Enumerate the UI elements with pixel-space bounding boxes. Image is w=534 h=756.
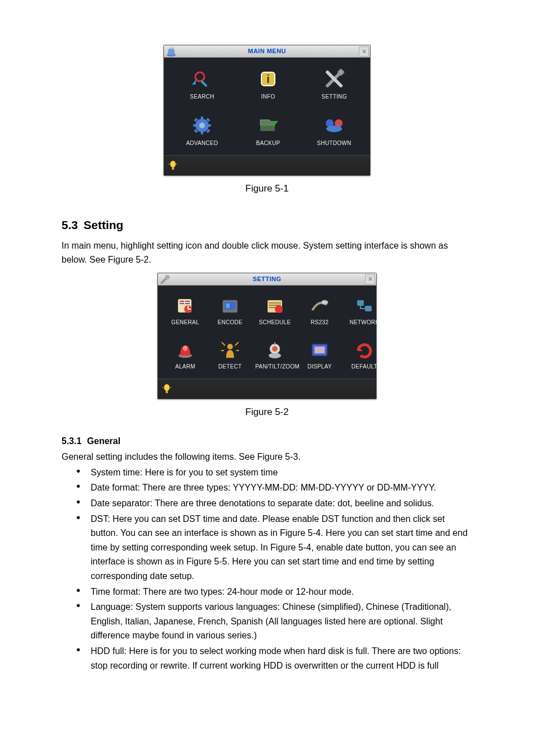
titlebar: SETTING ✕: [158, 273, 376, 286]
schedule-icon: [265, 297, 284, 316]
list-item: System time: Here is for you to set syst…: [76, 465, 472, 480]
detect-icon: [221, 341, 240, 360]
menu-setting[interactable]: SETTING: [304, 66, 364, 106]
network-icon: [355, 297, 374, 316]
list-item: DST: Here you can set DST time and date.…: [76, 512, 472, 584]
wrench-icon: [160, 274, 170, 284]
sub-intro: General setting includes the following i…: [62, 450, 472, 464]
alarm-icon: [176, 341, 195, 360]
menu-general[interactable]: GENERAL: [166, 293, 205, 332]
window-title: SETTING: [252, 274, 281, 284]
shutdown-icon: [324, 115, 344, 136]
status-bar: [158, 379, 376, 399]
default-icon: [355, 341, 374, 360]
general-bullet-list: System time: Here is for you to set syst…: [62, 465, 472, 673]
menu-network[interactable]: NETWORK: [345, 293, 384, 332]
hint-icon: [168, 160, 177, 171]
encode-icon: [221, 297, 240, 316]
figure-5-1: MAIN MENU ✕ SEARCH INFO SETTING: [62, 45, 472, 176]
list-item: Time format: There are two types: 24-hou…: [76, 585, 472, 599]
menu-info[interactable]: INFO: [238, 66, 298, 106]
general-icon: [176, 297, 195, 316]
list-item: Language: System supports various langua…: [76, 600, 472, 643]
list-item: HDD full: Here is for you to select work…: [76, 644, 472, 673]
window-title: MAIN MENU: [248, 46, 286, 56]
rs232-icon: [310, 297, 329, 316]
section-5-3-heading: 5.3Setting: [62, 216, 472, 234]
backup-icon: [258, 115, 278, 136]
titlebar: MAIN MENU ✕: [164, 45, 370, 58]
figure-5-2: SETTING ✕ GENERAL ENCODE SCHEDULE: [62, 273, 472, 399]
menu-default[interactable]: DEFAULT: [345, 338, 384, 376]
figure-5-2-caption: Figure 5-2: [62, 405, 472, 419]
list-item: Date format: There are three types: YYYY…: [76, 480, 472, 495]
ptz-icon: [265, 341, 284, 360]
app-icon: [166, 46, 176, 57]
display-icon: [310, 341, 329, 360]
search-icon: [192, 69, 212, 89]
menu-rs232[interactable]: RS232: [300, 293, 339, 332]
info-icon: [258, 69, 278, 89]
figure-5-1-caption: Figure 5-1: [62, 181, 472, 196]
menu-alarm[interactable]: ALARM: [166, 338, 205, 376]
close-icon[interactable]: ✕: [359, 46, 369, 57]
menu-schedule[interactable]: SCHEDULE: [255, 293, 294, 332]
advanced-icon: [192, 115, 212, 136]
setting-window: SETTING ✕ GENERAL ENCODE SCHEDULE: [157, 273, 377, 399]
menu-search[interactable]: SEARCH: [172, 66, 232, 106]
status-bar: [164, 155, 370, 175]
section-intro: In main menu, highlight setting icon and…: [62, 239, 472, 267]
menu-shutdown[interactable]: SHUTDOWN: [304, 112, 364, 153]
menu-encode[interactable]: ENCODE: [210, 293, 250, 332]
menu-advanced[interactable]: ADVANCED: [172, 112, 232, 153]
close-icon[interactable]: ✕: [365, 274, 375, 284]
setting-icon: [324, 69, 344, 89]
menu-backup[interactable]: BACKUP: [238, 112, 298, 153]
main-menu-window: MAIN MENU ✕ SEARCH INFO SETTING: [163, 45, 371, 176]
menu-display[interactable]: DISPLAY: [300, 338, 339, 376]
menu-detect[interactable]: DETECT: [210, 338, 250, 376]
menu-ptz[interactable]: PAN/TILT/ZOOM: [255, 338, 294, 376]
subheading-5-3-1: 5.3.1General: [62, 435, 472, 448]
list-item: Date separator: There are three denotati…: [76, 496, 472, 511]
hint-icon: [162, 384, 171, 395]
